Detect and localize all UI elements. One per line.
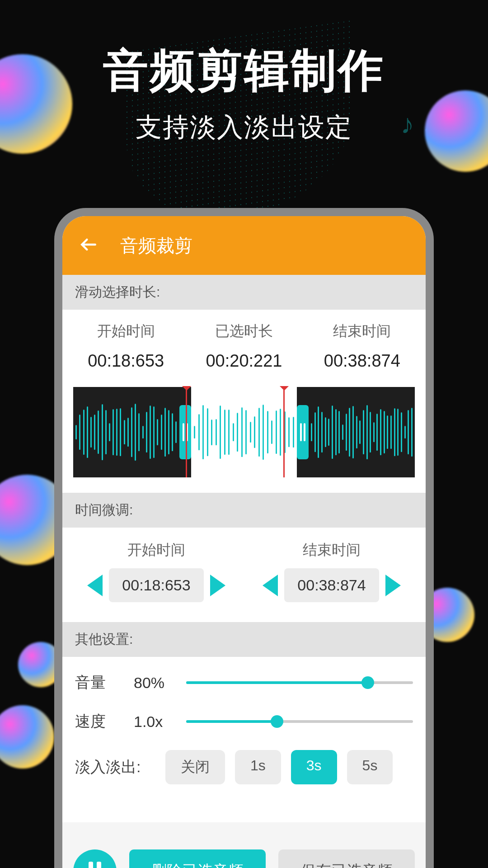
volume-slider-thumb[interactable] (361, 676, 374, 689)
selected-duration-label: 已选时长 (206, 321, 282, 341)
save-selection-button[interactable]: 保存已选音频 (278, 849, 415, 868)
volume-label: 音量 (75, 672, 134, 693)
section-finetune-label: 时间微调: (62, 493, 426, 528)
phone-mock: 音频裁剪 滑动选择时长: 开始时间 00:18:653 已选时长 00:20:2… (54, 208, 434, 868)
section-slide-label: 滑动选择时长: (62, 275, 426, 310)
fade-label: 淡入淡出: (75, 757, 165, 778)
back-arrow-icon[interactable] (79, 235, 99, 256)
start-increment-button[interactable] (210, 575, 225, 596)
end-time-label: 结束时间 (324, 321, 400, 341)
trim-handle-left[interactable] (179, 405, 191, 459)
speed-label: 速度 (75, 711, 134, 732)
end-time-value: 00:38:874 (324, 351, 400, 371)
start-decrement-button[interactable] (87, 575, 103, 596)
start-time-value: 00:18:653 (88, 351, 164, 371)
start-time-input[interactable]: 00:18:653 (109, 568, 204, 602)
finetune-start-label: 开始时间 (87, 540, 225, 560)
selected-duration-value: 00:20:221 (206, 351, 282, 371)
playhead-marker-start[interactable] (186, 387, 187, 477)
end-decrement-button[interactable] (263, 575, 278, 596)
end-increment-button[interactable] (385, 575, 401, 596)
fade-option-3s[interactable]: 3s (291, 750, 337, 784)
delete-selection-button[interactable]: 删除已选音频 (129, 849, 266, 868)
speed-value: 1.0x (134, 713, 183, 731)
playhead-marker-end[interactable] (283, 387, 285, 477)
app-bar: 音频裁剪 (62, 216, 426, 275)
appbar-title: 音频裁剪 (120, 233, 192, 258)
end-time-input[interactable]: 00:38:874 (284, 568, 379, 602)
promo-subtitle: 支持淡入淡出设定 (0, 110, 488, 145)
volume-slider[interactable] (186, 681, 413, 684)
fade-option-5s[interactable]: 5s (347, 750, 393, 784)
start-time-label: 开始时间 (88, 321, 164, 341)
finetune-end-label: 结束时间 (263, 540, 401, 560)
time-summary-row: 开始时间 00:18:653 已选时长 00:20:221 结束时间 00:38… (62, 310, 426, 375)
fade-option-关闭[interactable]: 关闭 (165, 750, 225, 784)
speed-slider-thumb[interactable] (271, 715, 283, 728)
section-other-label: 其他设置: (62, 622, 426, 657)
volume-value: 80% (134, 674, 183, 692)
fade-option-1s[interactable]: 1s (235, 750, 281, 784)
trim-handle-right[interactable] (297, 405, 309, 459)
pause-button[interactable] (73, 849, 117, 868)
promo-title: 音频剪辑制作 (0, 41, 488, 102)
waveform[interactable] (73, 387, 415, 477)
bg-orb (0, 705, 54, 769)
speed-slider[interactable] (186, 720, 413, 723)
